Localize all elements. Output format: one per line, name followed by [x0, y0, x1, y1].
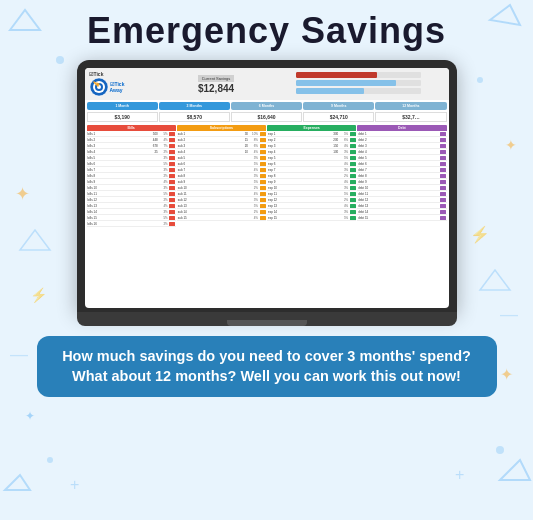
main-container: Emergency Savings ☑ Tick	[0, 0, 533, 520]
bar-row-3	[296, 88, 443, 94]
laptop-wrapper: ☑ Tick	[77, 60, 457, 326]
month-btn-2[interactable]: 3 Months	[159, 102, 230, 110]
bottom-banner: How much savings do you need to cover 3 …	[37, 336, 497, 397]
value-cell-1: $3,190	[87, 112, 158, 122]
month-btn-3[interactable]: 6 Months	[231, 102, 302, 110]
sub-row-15: sub 154%	[177, 215, 266, 221]
months-row: 1 Month 3 Months 6 Months 9 Months 12 Mo…	[85, 100, 449, 112]
current-savings-value: $12,844	[143, 83, 290, 94]
value-cell-3: $16,640	[231, 112, 302, 122]
values-row: $3,190 $8,570 $16,640 $24,710 $32,7…	[85, 112, 449, 124]
subscriptions-column: Subscriptions sub 13010% sub 2158% sub 3…	[177, 125, 266, 227]
exp-row-15: exp 155%	[267, 215, 356, 221]
value-cell-5: $32,7…	[375, 112, 446, 122]
bar-fill-3	[296, 88, 365, 94]
bar-row-1	[296, 72, 443, 78]
value-cell-2: $8,570	[159, 112, 230, 122]
month-btn-4[interactable]: 9 Months	[303, 102, 374, 110]
current-savings-label: Current Savings	[198, 75, 235, 82]
expenses-column: Expenses exp 13005% exp 22006% exp 31504…	[267, 125, 356, 227]
top-bar: ☑ Tick	[85, 68, 449, 100]
value-cell-4: $24,710	[303, 112, 374, 122]
bottom-banner-text: How much savings do you need to cover 3 …	[57, 346, 477, 387]
laptop-screen: ☑ Tick	[85, 68, 449, 308]
month-btn-5[interactable]: 12 Months	[375, 102, 446, 110]
bar-fill-1	[296, 72, 377, 78]
page-title: Emergency Savings	[87, 10, 446, 52]
savings-bar-section	[294, 70, 445, 98]
debt-row-15: debt 15	[357, 215, 446, 221]
bills-column: Bills bills 15005% bills 24484% bills 36…	[87, 125, 176, 227]
bar-row-2	[296, 80, 443, 86]
target-icon	[89, 77, 109, 97]
spreadsheet: ☑ Tick	[85, 68, 449, 308]
logo-away-text: Away	[110, 87, 125, 93]
bar-track-3	[296, 88, 421, 94]
bar-track-2	[296, 80, 421, 86]
data-tables: Bills bills 15005% bills 24484% bills 36…	[85, 124, 449, 228]
debt-column: Debt debt 1 debt 2 debt 3 debt 4 debt 5 …	[357, 125, 446, 227]
month-btn-1[interactable]: 1 Month	[87, 102, 158, 110]
bills-row-16: bills 162%	[87, 221, 176, 227]
laptop-body: ☑ Tick	[77, 60, 457, 312]
app-logo: ☑ Tick	[89, 71, 139, 97]
current-savings-section: Current Savings $12,844	[143, 75, 290, 94]
bar-track-1	[296, 72, 421, 78]
bar-fill-2	[296, 80, 396, 86]
laptop-base	[77, 312, 457, 326]
